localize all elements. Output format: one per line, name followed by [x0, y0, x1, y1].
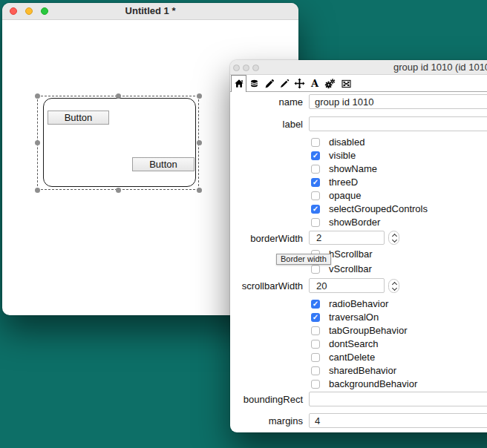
tab-data[interactable]: [246, 75, 262, 92]
borderwidth-stepper[interactable]: [388, 231, 399, 245]
minimize-button[interactable]: [243, 65, 249, 71]
cantdelete-checkbox[interactable]: [311, 353, 320, 362]
label-label: label: [230, 119, 303, 130]
visible-checkbox[interactable]: [311, 151, 320, 160]
move-icon: [294, 78, 305, 89]
checkbox-label: traversalOn: [329, 312, 379, 323]
borderwidth-input[interactable]: [309, 231, 385, 245]
vscrollbar-checkbox[interactable]: [311, 265, 320, 274]
tab-style[interactable]: [277, 75, 292, 92]
font-icon: A: [311, 79, 318, 88]
checkbox-label: tabGroupBehavior: [329, 326, 408, 336]
checkbox-label: showName: [329, 164, 377, 174]
margins-input[interactable]: [309, 413, 487, 428]
tab-geometry[interactable]: [339, 75, 354, 92]
selection-handle[interactable]: [197, 140, 202, 145]
checkbox-label: threeD: [329, 177, 358, 188]
name-input[interactable]: [309, 94, 487, 109]
boundingrect-label: boundingRect: [230, 394, 303, 405]
tab-text[interactable]: A: [307, 75, 323, 92]
close-button[interactable]: [233, 65, 240, 71]
inspector-toolbar: A: [230, 75, 487, 92]
home-icon: [234, 79, 244, 89]
selection-handle[interactable]: [116, 188, 121, 193]
checkbox-label: vScrollbar: [329, 264, 372, 274]
label-input[interactable]: [309, 116, 487, 131]
scrollbarwidth-stepper[interactable]: [388, 279, 399, 293]
window-title: group id 1010 (id 1010: [393, 60, 487, 75]
tab-advanced[interactable]: [322, 75, 338, 92]
showborder-checkbox[interactable]: [311, 218, 320, 227]
radiobehavior-checkbox[interactable]: [311, 300, 320, 309]
selection-handle[interactable]: [197, 188, 202, 193]
checkbox-label: visible: [329, 151, 356, 161]
minimize-button[interactable]: [25, 7, 33, 15]
checkbox-label: showBorder: [329, 217, 380, 228]
boundingrect-input[interactable]: [309, 392, 487, 406]
selection-handle[interactable]: [35, 188, 40, 193]
threed-checkbox[interactable]: [311, 178, 320, 187]
showname-checkbox[interactable]: [311, 165, 320, 174]
borderwidth-label: borderWidth: [230, 233, 303, 244]
zoom-button[interactable]: [41, 7, 48, 15]
sharedbehavior-checkbox[interactable]: [311, 366, 320, 375]
tooltip: Border width: [276, 254, 331, 265]
checkbox-label: cantDelete: [329, 352, 375, 363]
checkbox-label: selectGroupedControls: [329, 204, 428, 214]
checkbox-label: hScrollbar: [329, 249, 373, 260]
selectgroupedcontrols-checkbox[interactable]: [311, 205, 320, 214]
inspector-titlebar[interactable]: group id 1010 (id 1010: [230, 60, 487, 75]
backgroundbehavior-checkbox[interactable]: [311, 380, 320, 389]
zoom-button[interactable]: [252, 65, 259, 71]
checkbox-label: disabled: [329, 137, 365, 148]
gears-icon: [324, 79, 336, 89]
close-button[interactable]: [10, 7, 17, 15]
checkbox-label: radioBehavior: [329, 299, 388, 309]
button-control-1[interactable]: Button: [48, 111, 109, 125]
checkbox-label: dontSearch: [329, 339, 379, 349]
database-icon: [249, 79, 259, 89]
selection-handle[interactable]: [116, 93, 121, 99]
wand-icon: [279, 79, 290, 89]
checkbox-label: opaque: [329, 191, 361, 201]
margins-label: margins: [230, 415, 303, 426]
inspector-window: group id 1010 (id 1010 A: [230, 60, 487, 432]
name-label: name: [230, 96, 303, 108]
canvas-titlebar[interactable]: Untitled 1 *: [2, 3, 298, 20]
frame-icon: [341, 79, 352, 89]
scrollbarwidth-input[interactable]: [309, 278, 385, 293]
selection-handle[interactable]: [197, 93, 202, 99]
traversalon-checkbox[interactable]: [311, 313, 320, 322]
dontsearch-checkbox[interactable]: [311, 340, 320, 349]
checkbox-label: backgroundBehavior: [329, 379, 417, 389]
selection-handle[interactable]: [35, 140, 40, 145]
tab-basic[interactable]: [231, 75, 246, 92]
selection-handle[interactable]: [35, 93, 40, 99]
button-control-2[interactable]: Button: [132, 157, 195, 171]
pencil-icon: [264, 79, 275, 89]
tabgroupbehavior-checkbox[interactable]: [311, 326, 320, 335]
disabled-checkbox[interactable]: [311, 138, 320, 147]
tab-edit[interactable]: [261, 75, 277, 92]
scrollbarwidth-label: scrollbarWidth: [230, 280, 303, 291]
tab-position[interactable]: [292, 75, 307, 92]
checkbox-label: sharedBehavior: [329, 366, 396, 376]
opaque-checkbox[interactable]: [311, 191, 320, 200]
